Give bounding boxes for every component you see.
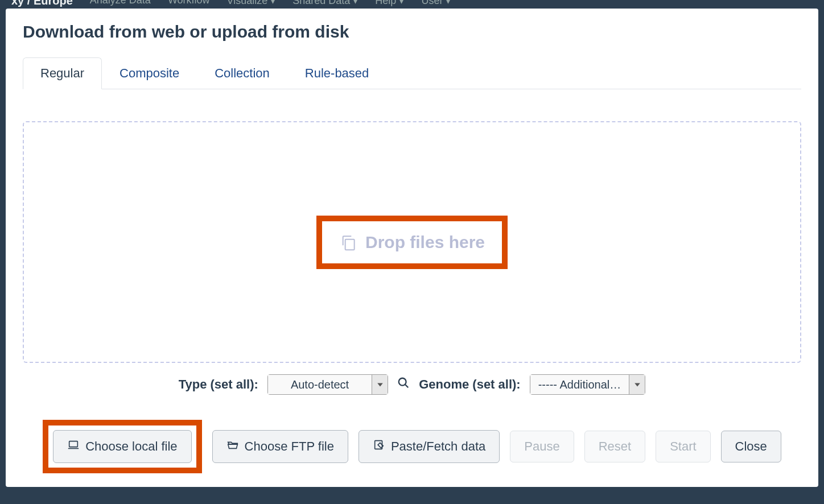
nav-shared-data[interactable]: Shared Data ▾ <box>292 0 358 7</box>
edit-icon <box>373 439 385 455</box>
svg-marker-1 <box>377 383 383 387</box>
pause-button[interactable]: Pause <box>510 431 574 462</box>
drop-files-highlight: Drop files here <box>316 216 508 269</box>
copy-icon <box>339 233 357 251</box>
svg-rect-0 <box>345 239 355 250</box>
genome-label: Genome (set all): <box>419 377 520 392</box>
tab-rule-based[interactable]: Rule-based <box>287 57 387 89</box>
chevron-down-icon <box>372 375 388 394</box>
genome-select[interactable]: ----- Additional… <box>530 374 646 395</box>
tab-label: Rule-based <box>305 66 369 80</box>
nav-analyze[interactable]: Analyze Data <box>90 0 151 6</box>
tab-label: Composite <box>120 66 179 80</box>
close-button[interactable]: Close <box>721 431 781 462</box>
controls-row: Type (set all): Auto-detect Genome (set … <box>23 374 801 395</box>
type-label: Type (set all): <box>179 377 258 392</box>
button-label: Close <box>735 439 767 454</box>
tab-label: Collection <box>215 66 270 80</box>
nav-help[interactable]: Help ▾ <box>375 0 404 7</box>
chevron-down-icon <box>629 375 645 394</box>
buttons-row: Choose local file Choose FTP file Paste/… <box>23 420 801 473</box>
upload-tabs: Regular Composite Collection Rule-based <box>23 57 801 89</box>
button-label: Paste/Fetch data <box>391 439 485 454</box>
choose-ftp-file-button[interactable]: Choose FTP file <box>212 430 348 463</box>
tab-composite[interactable]: Composite <box>102 57 197 89</box>
svg-point-2 <box>399 378 406 386</box>
tab-collection[interactable]: Collection <box>197 57 287 89</box>
nav-user[interactable]: User ▾ <box>421 0 451 7</box>
search-icon[interactable] <box>397 377 410 393</box>
tab-label: Regular <box>40 66 84 80</box>
svg-rect-5 <box>69 441 78 447</box>
laptop-icon <box>67 439 80 455</box>
upload-modal: Download from web or upload from disk Re… <box>6 9 818 487</box>
button-label: Choose local file <box>85 439 177 454</box>
button-label: Start <box>670 439 696 454</box>
button-label: Choose FTP file <box>245 439 334 454</box>
reset-button[interactable]: Reset <box>584 431 645 462</box>
nav-visualize[interactable]: Visualize ▾ <box>227 0 276 7</box>
top-nav: xy / Europe Analyze Data Workflow Visual… <box>0 0 824 9</box>
svg-line-3 <box>405 385 409 388</box>
button-label: Reset <box>599 439 631 454</box>
paste-fetch-button[interactable]: Paste/Fetch data <box>359 430 500 463</box>
drop-zone[interactable]: Drop files here <box>23 121 801 363</box>
type-value: Auto-detect <box>268 375 372 394</box>
svg-marker-4 <box>635 383 640 387</box>
tab-regular[interactable]: Regular <box>23 57 102 89</box>
choose-local-file-button[interactable]: Choose local file <box>53 430 191 463</box>
modal-title: Download from web or upload from disk <box>23 22 801 42</box>
button-label: Pause <box>524 439 559 454</box>
choose-local-highlight: Choose local file <box>43 420 201 473</box>
nav-logo: xy / Europe <box>11 0 73 7</box>
nav-workflow[interactable]: Workflow <box>168 0 210 6</box>
type-select[interactable]: Auto-detect <box>267 374 388 395</box>
folder-open-icon <box>226 439 239 455</box>
start-button[interactable]: Start <box>656 431 710 462</box>
drop-text: Drop files here <box>365 233 485 252</box>
genome-value: ----- Additional… <box>530 375 629 394</box>
